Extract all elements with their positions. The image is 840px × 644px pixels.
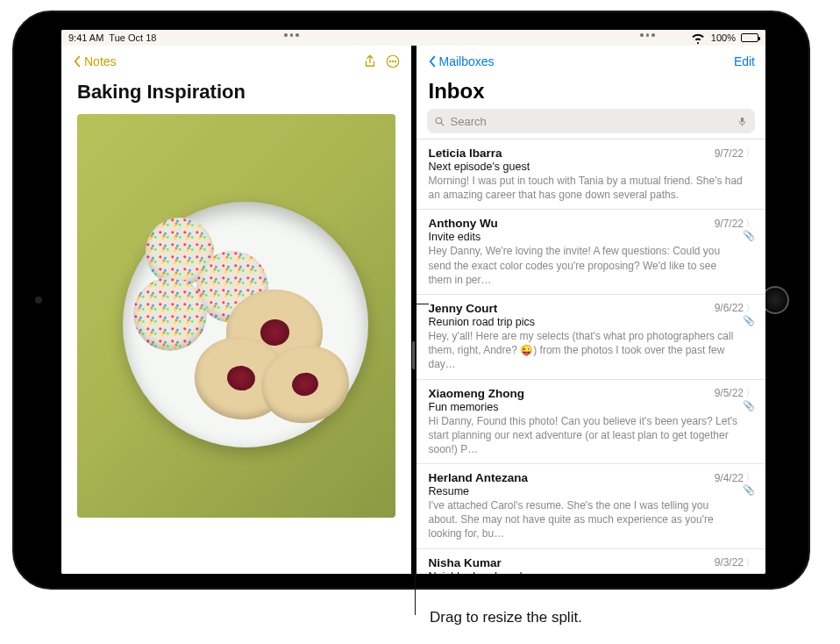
note-title: Baking Inspiration <box>61 77 411 111</box>
notes-toolbar: Notes <box>61 46 411 77</box>
mailboxes-back-button[interactable]: Mailboxes <box>427 54 495 68</box>
mail-sender: Nisha Kumar <box>429 556 715 569</box>
chevron-right-icon: 〉 <box>745 556 755 569</box>
battery-icon <box>741 33 758 42</box>
mail-date: 9/3/22 <box>715 556 744 569</box>
dictate-icon[interactable] <box>737 115 748 128</box>
mail-preview: Hey, y'all! Here are my selects (that's … <box>429 329 740 372</box>
attachment-icon: 📎 <box>743 484 755 496</box>
more-icon[interactable] <box>385 54 401 69</box>
mail-sender: Xiaomeng Zhong <box>429 387 715 400</box>
chevron-right-icon: 〉 <box>745 471 755 484</box>
notes-back-button[interactable]: Notes <box>72 54 117 68</box>
mail-item[interactable]: Xiaomeng Zhong9/5/22〉Fun memoriesHi Dann… <box>416 380 766 465</box>
mail-date: 9/6/22 <box>715 302 744 314</box>
svg-rect-12 <box>741 117 744 122</box>
multitask-dots-right[interactable] <box>640 33 655 37</box>
note-image[interactable] <box>77 114 395 518</box>
mail-date: 9/7/22 <box>715 218 744 230</box>
chevron-right-icon: 〉 <box>745 302 755 315</box>
mail-list[interactable]: Leticia Ibarra9/7/22〉Next episode's gues… <box>416 139 766 574</box>
mail-item[interactable]: Leticia Ibarra9/7/22〉Next episode's gues… <box>416 140 766 210</box>
chevron-right-icon: 〉 <box>745 147 755 160</box>
mail-item[interactable]: Anthony Wu9/7/22〉Invite editsHey Danny, … <box>416 210 766 295</box>
attachment-icon: 📎 <box>743 400 755 411</box>
search-placeholder: Search <box>451 115 732 128</box>
mail-pane: Mailboxes Edit Inbox Search Leticia Ibar… <box>416 46 766 574</box>
inbox-title: Inbox <box>416 77 766 109</box>
chevron-left-icon <box>72 55 82 68</box>
search-icon <box>434 116 445 127</box>
mail-preview: Hi Danny, Found this photo! Can you beli… <box>429 414 740 457</box>
ipad-frame: 9:41 AM Tue Oct 18 100% Notes <box>12 11 810 590</box>
mail-subject: Neighborhood garden <box>429 570 756 574</box>
attachment-icon: 📎 <box>743 230 755 241</box>
mail-subject: Invite edits <box>429 231 740 243</box>
screen: 9:41 AM Tue Oct 18 100% Notes <box>61 30 765 574</box>
svg-point-11 <box>436 118 442 124</box>
mail-subject: Fun memories <box>429 401 740 413</box>
mail-subject: Reunion road trip pics <box>429 316 740 328</box>
callout-leader-line <box>415 304 416 615</box>
wifi-icon <box>690 30 706 46</box>
status-date: Tue Oct 18 <box>109 32 156 43</box>
svg-point-2 <box>392 61 394 62</box>
chevron-right-icon: 〉 <box>745 387 755 400</box>
battery-percent: 100% <box>711 32 736 43</box>
mail-preview: I've attached Carol's resume. She's the … <box>429 498 740 541</box>
front-camera <box>35 297 42 304</box>
search-input[interactable]: Search <box>427 109 756 133</box>
plate <box>123 202 368 447</box>
mail-preview: Hey Danny, We're loving the invite! A fe… <box>429 244 740 287</box>
notes-back-label: Notes <box>84 54 117 68</box>
mail-sender: Leticia Ibarra <box>429 147 715 160</box>
mail-sender: Jenny Court <box>429 302 715 315</box>
mail-sender: Herland Antezana <box>429 471 715 484</box>
mail-item[interactable]: Herland Antezana9/4/22〉ResumeI've attach… <box>416 464 766 549</box>
mail-sender: Anthony Wu <box>429 217 715 230</box>
edit-button[interactable]: Edit <box>734 54 755 68</box>
chevron-right-icon: 〉 <box>745 217 755 230</box>
status-time: 9:41 AM <box>68 32 103 43</box>
mail-subject: Next episode's guest <box>429 161 756 173</box>
callout-text: Drag to resize the split. <box>430 609 582 626</box>
mailboxes-back-label: Mailboxes <box>439 54 495 68</box>
share-icon[interactable] <box>362 54 378 69</box>
svg-point-1 <box>389 61 391 62</box>
mail-date: 9/5/22 <box>715 387 744 399</box>
mail-date: 9/7/22 <box>715 147 744 160</box>
mail-item[interactable]: Jenny Court9/6/22〉Reunion road trip pics… <box>416 295 766 380</box>
svg-point-3 <box>395 61 396 62</box>
mail-date: 9/4/22 <box>715 472 744 484</box>
mail-navbar: Mailboxes Edit <box>416 46 766 77</box>
status-bar: 9:41 AM Tue Oct 18 100% <box>61 30 765 46</box>
chevron-left-icon <box>427 55 438 68</box>
mail-subject: Resume <box>429 485 740 497</box>
mail-item[interactable]: Nisha Kumar9/3/22〉Neighborhood gardenWe'… <box>416 549 766 574</box>
attachment-icon: 📎 <box>743 315 755 326</box>
multitask-dots-left[interactable] <box>284 33 299 37</box>
mail-preview: Morning! I was put in touch with Tania b… <box>429 174 756 202</box>
notes-pane: Notes Baking Inspiration <box>61 46 411 574</box>
